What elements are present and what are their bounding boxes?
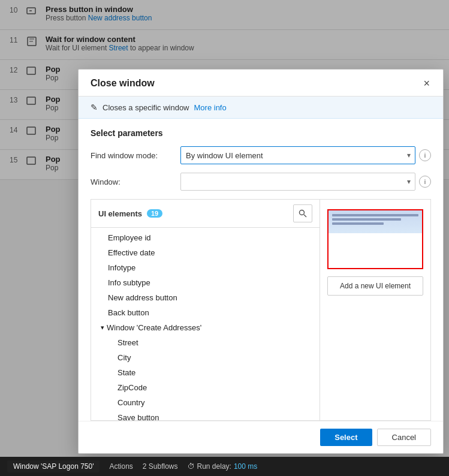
modal-title: Close window xyxy=(91,78,155,89)
modal-close-button[interactable]: × xyxy=(420,77,433,90)
svg-line-7 xyxy=(304,215,306,217)
window-select-wrapper[interactable]: ▾ xyxy=(180,173,415,191)
run-delay-value[interactable]: 100 ms xyxy=(234,462,257,471)
bottom-bar-subflows: 2 Subflows xyxy=(143,462,178,471)
preview-line-3 xyxy=(332,222,384,225)
left-panel: UI elements 19 Employee id Effective dat… xyxy=(91,200,320,420)
cancel-button[interactable]: Cancel xyxy=(377,429,431,446)
svg-point-6 xyxy=(300,210,305,215)
tree-sub-item-zipcode[interactable]: ZipCode xyxy=(91,380,320,395)
bottom-bar-actions: Actions xyxy=(109,462,132,471)
right-panel: Add a new UI element xyxy=(320,200,430,420)
tree-item-employee-id[interactable]: Employee id xyxy=(91,230,320,245)
tree-sub-item-state[interactable]: State xyxy=(91,365,320,380)
tree-item-back-button[interactable]: Back button xyxy=(91,305,320,320)
preview-line-1 xyxy=(332,214,418,216)
window-label: Window: xyxy=(91,177,180,186)
window-row: Window: ▾ i xyxy=(91,173,431,191)
window-control: ▾ i xyxy=(180,173,431,191)
pencil-icon: ✎ xyxy=(91,103,98,112)
chevron-down-icon: ▾ xyxy=(101,324,104,332)
ui-elements-label: UI elements xyxy=(98,209,142,218)
search-button[interactable] xyxy=(293,204,312,222)
select-button[interactable]: Select xyxy=(320,429,372,446)
window-preview xyxy=(327,209,423,269)
tree-sub-item-save-button[interactable]: Save button xyxy=(91,410,320,420)
window-info-icon[interactable]: i xyxy=(419,176,431,188)
preview-image-inner xyxy=(329,210,422,268)
bottom-bar-tooltip: Window 'SAP Logon 750' xyxy=(7,460,100,472)
modal-body: Select parameters Find window mode: By w… xyxy=(79,119,443,421)
find-mode-select[interactable]: By window UI elementBy titleBy handle xyxy=(180,146,415,164)
tree-item-infotype[interactable]: Infotype xyxy=(91,260,320,275)
more-info-link[interactable]: More info xyxy=(194,103,227,112)
modal-footer: Select Cancel xyxy=(79,421,443,453)
find-mode-row: Find window mode: By window UI elementBy… xyxy=(91,146,431,164)
tree-list: Employee id Effective date Infotype Info… xyxy=(91,228,320,420)
find-mode-info-icon[interactable]: i xyxy=(419,149,431,161)
modal-header: Close window × xyxy=(79,70,443,97)
tree-sub-item-city[interactable]: City xyxy=(91,350,320,365)
ui-elements-panel: UI elements 19 Employee id Effective dat… xyxy=(91,199,431,421)
clock-icon: ⏱ xyxy=(188,462,195,471)
preview-lines xyxy=(332,214,418,227)
left-panel-header: UI elements 19 xyxy=(91,200,320,228)
preview-line-2 xyxy=(332,218,401,221)
find-mode-select-wrapper[interactable]: By window UI elementBy titleBy handle ▾ xyxy=(180,146,415,164)
find-mode-control: By window UI elementBy titleBy handle ▾ … xyxy=(180,146,431,164)
tree-item-info-subtype[interactable]: Info subtype xyxy=(91,275,320,290)
tree-group-create-addresses[interactable]: ▾ Window 'Create Addresses' xyxy=(91,320,320,335)
find-mode-label: Find window mode: xyxy=(91,151,180,160)
modal-info-bar: ✎ Closes a specific window More info xyxy=(79,97,443,119)
add-ui-element-button[interactable]: Add a new UI element xyxy=(327,276,423,296)
section-title: Select parameters xyxy=(91,128,431,138)
close-window-modal: Close window × ✎ Closes a specific windo… xyxy=(78,69,444,454)
bottom-bar-run-delay: ⏱ Run delay: 100 ms xyxy=(188,462,258,471)
tree-sub-item-country[interactable]: Country xyxy=(91,395,320,410)
bottom-bar: Window 'SAP Logon 750' Actions 2 Subflow… xyxy=(0,457,449,476)
tree-item-new-address-button[interactable]: New address button xyxy=(91,290,320,305)
ui-elements-badge: 19 xyxy=(147,209,162,218)
info-text: Closes a specific window xyxy=(103,103,189,112)
window-select[interactable] xyxy=(180,173,415,191)
tree-item-effective-date[interactable]: Effective date xyxy=(91,245,320,260)
tree-sub-item-street[interactable]: Street xyxy=(91,335,320,350)
